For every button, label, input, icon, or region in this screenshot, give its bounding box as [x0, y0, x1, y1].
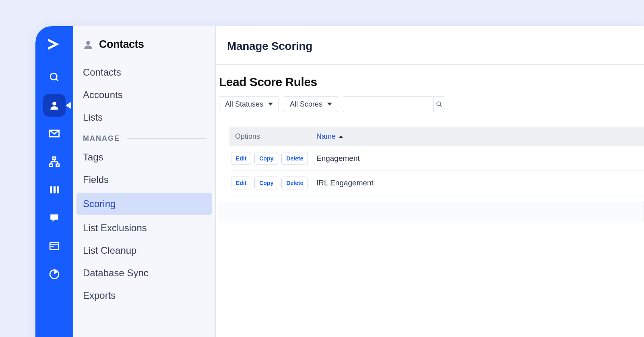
svg-line-18: [440, 105, 442, 107]
edit-button[interactable]: Edit: [231, 152, 251, 165]
filter-status-dropdown[interactable]: All Statuses: [219, 96, 279, 112]
app-logo-icon: [44, 34, 64, 54]
svg-rect-12: [57, 186, 59, 193]
table-footer: [219, 202, 644, 221]
svg-point-16: [86, 41, 90, 45]
edit-button[interactable]: Edit: [231, 177, 251, 189]
rail-campaigns[interactable]: [43, 122, 66, 145]
panel-title-text: Contacts: [99, 38, 144, 51]
nav-lists[interactable]: Lists: [83, 106, 206, 129]
rail-site[interactable]: [43, 235, 66, 257]
person-icon: [83, 39, 93, 50]
search-field: [343, 96, 444, 112]
table-header: Options Name: [229, 127, 644, 146]
table-row: Edit Copy Delete IRL Engagement: [229, 171, 644, 195]
rail-deals[interactable]: [43, 179, 66, 201]
rule-name: Engagement: [316, 154, 360, 163]
search-button[interactable]: [433, 97, 444, 112]
svg-rect-8: [50, 164, 52, 166]
search-icon: [436, 101, 443, 108]
rail-contacts[interactable]: [43, 94, 66, 117]
svg-point-2: [52, 102, 56, 106]
col-name-sort[interactable]: Name: [316, 132, 343, 141]
caret-down-icon: [327, 102, 332, 107]
copy-button[interactable]: Copy: [254, 152, 278, 165]
nav-contacts[interactable]: Contacts: [83, 61, 206, 84]
nav-database-sync[interactable]: Database Sync: [83, 262, 206, 284]
delete-button[interactable]: Delete: [281, 152, 308, 165]
nav-section-manage: MANAGE: [83, 134, 206, 143]
svg-line-1: [56, 79, 58, 81]
nav-accounts[interactable]: Accounts: [83, 84, 206, 106]
rail-search[interactable]: [43, 66, 66, 88]
rail-reports[interactable]: [43, 263, 66, 286]
search-input[interactable]: [343, 97, 433, 112]
left-rail: [35, 26, 73, 337]
col-options: Options: [229, 132, 316, 141]
svg-rect-13: [50, 242, 59, 249]
table-row: Edit Copy Delete Engagement: [229, 146, 644, 171]
delete-button[interactable]: Delete: [281, 177, 308, 189]
panel-title: Contacts: [77, 33, 211, 58]
svg-point-0: [50, 73, 57, 80]
nav-exports[interactable]: Exports: [83, 284, 206, 307]
app-window: Contacts Contacts Accounts Lists MANAGE …: [35, 26, 644, 337]
section-title: Lead Score Rules: [216, 75, 644, 96]
caret-down-icon: [268, 102, 273, 107]
nav-list-exclusions[interactable]: List Exclusions: [83, 217, 206, 239]
nav-list-cleanup[interactable]: List Cleanup: [83, 239, 206, 262]
filter-score-dropdown[interactable]: All Scores: [284, 96, 338, 112]
sort-asc-icon: [339, 135, 343, 139]
secondary-nav-panel: Contacts Contacts Accounts Lists MANAGE …: [73, 26, 216, 337]
content: Lead Score Rules All Statuses All Scores: [216, 65, 644, 221]
main-area: Manage Scoring Lead Score Rules All Stat…: [216, 26, 644, 337]
svg-rect-9: [56, 164, 59, 166]
svg-rect-15: [51, 246, 53, 247]
nav-scoring[interactable]: Scoring: [76, 193, 212, 215]
svg-rect-11: [54, 186, 56, 193]
rail-automations[interactable]: [43, 150, 66, 173]
main-header: Manage Scoring: [216, 26, 644, 65]
svg-rect-3: [53, 157, 56, 159]
svg-rect-10: [50, 186, 52, 193]
filter-row: All Statuses All Scores: [216, 96, 644, 112]
panel-nav: Contacts Accounts Lists MANAGE Tags Fiel…: [77, 58, 211, 307]
nav-tags[interactable]: Tags: [83, 146, 206, 168]
rules-table: Options Name Edit Copy Delete Engagement: [229, 127, 644, 195]
row-actions: Edit Copy Delete: [229, 177, 316, 189]
nav-fields[interactable]: Fields: [83, 168, 206, 191]
row-actions: Edit Copy Delete: [229, 152, 316, 165]
page-title: Manage Scoring: [227, 40, 633, 53]
copy-button[interactable]: Copy: [254, 177, 278, 189]
rail-conversations[interactable]: [43, 207, 66, 229]
rule-name: IRL Engagement: [316, 179, 374, 187]
